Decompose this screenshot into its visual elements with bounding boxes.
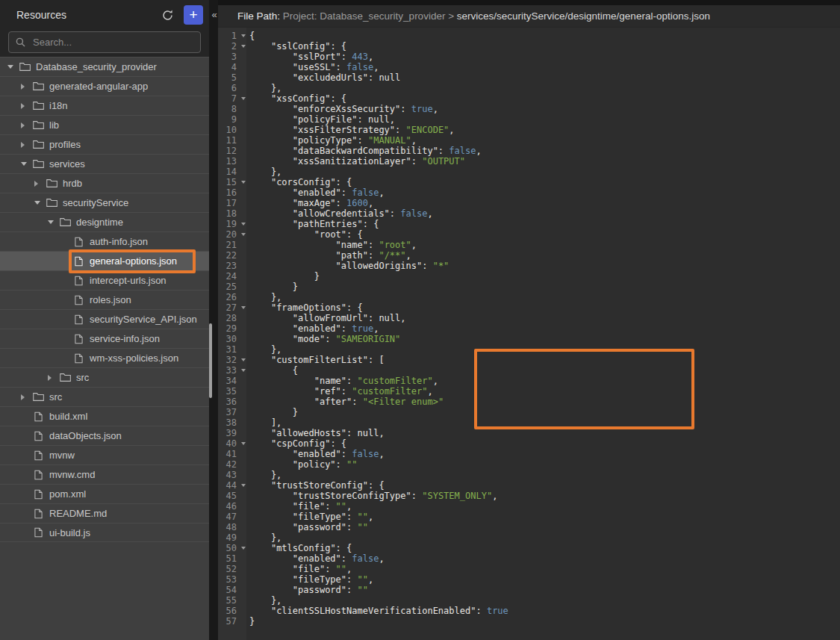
tree-item-intercept-urls-json[interactable]: intercept-urls.json — [0, 270, 209, 290]
chevron-right-icon[interactable] — [48, 375, 60, 381]
code-line[interactable]: "policy": "" — [249, 459, 508, 470]
code-line[interactable]: "trustStoreConfigType": "SYSTEM_ONLY", — [249, 491, 508, 501]
tree-item-services[interactable]: services — [0, 154, 209, 173]
tree-item-roles-json[interactable]: roles.json — [0, 290, 209, 309]
fold-arrow-icon[interactable] — [241, 306, 246, 309]
code-line[interactable]: "file": "", — [249, 564, 508, 574]
tree-item-general-options-json[interactable]: general-options.json — [0, 251, 209, 270]
tree-item-wm-xss-policies-json[interactable]: wm-xss-policies.json — [0, 348, 209, 367]
search-box[interactable] — [8, 31, 201, 53]
tree-item-mvnw[interactable]: mvnw — [0, 445, 209, 465]
code-line[interactable]: } — [249, 616, 508, 627]
tree-item-securityservice[interactable]: securityService — [0, 193, 209, 212]
code-line[interactable]: }, — [249, 470, 508, 480]
code-line[interactable]: { — [249, 31, 508, 41]
tree-item-designtime[interactable]: designtime — [0, 212, 209, 232]
code-line[interactable]: "excludedUrls": null — [249, 72, 508, 83]
code-line[interactable]: "sslConfig": { — [249, 41, 508, 52]
fold-arrow-icon[interactable] — [241, 442, 246, 445]
code-content[interactable]: { "sslConfig": { "sslPort": 443, "useSSL… — [246, 28, 508, 640]
code-line[interactable]: "sslPort": 443, — [249, 52, 508, 62]
code-line[interactable]: "frameOptions": { — [249, 302, 508, 313]
tree-item-pom-xml[interactable]: pom.xml — [0, 484, 209, 503]
chevron-right-icon[interactable] — [21, 103, 33, 109]
code-line[interactable]: }, — [249, 595, 508, 606]
chevron-right-icon[interactable] — [21, 142, 33, 148]
fold-arrow-icon[interactable] — [241, 484, 246, 487]
code-line[interactable]: "name": "customFilter", — [249, 376, 508, 386]
code-line[interactable]: "root": { — [249, 229, 508, 240]
chevron-down-icon[interactable] — [21, 162, 33, 166]
chevron-right-icon[interactable] — [34, 181, 46, 187]
tree-item-build-xml[interactable]: build.xml — [0, 406, 209, 426]
code-line[interactable]: "xssConfig": { — [249, 93, 508, 104]
fold-arrow-icon[interactable] — [241, 223, 246, 226]
code-line[interactable]: ], — [249, 417, 508, 428]
code-line[interactable]: }, — [249, 532, 508, 543]
tree-item-generated-angular-app[interactable]: generated-angular-app — [0, 76, 209, 96]
panel-divider[interactable] — [209, 0, 218, 640]
chevron-down-icon[interactable] — [34, 201, 46, 205]
code-line[interactable]: "policyType": "MANUAL", — [249, 135, 508, 146]
code-line[interactable]: "xssFilterStrategy": "ENCODE", — [249, 125, 508, 135]
chevron-right-icon[interactable] — [21, 122, 33, 128]
code-line[interactable]: } — [249, 282, 508, 292]
fold-arrow-icon[interactable] — [241, 181, 246, 184]
code-line[interactable]: { — [249, 365, 508, 376]
fold-arrow-icon[interactable] — [241, 547, 246, 550]
refresh-button[interactable] — [158, 6, 176, 24]
code-line[interactable]: "maxAge": 1600, — [249, 198, 508, 208]
code-line[interactable]: "path": "/**", — [249, 250, 508, 261]
code-line[interactable]: "useSSL": false, — [249, 62, 508, 72]
code-line[interactable]: "allowCredentials": false, — [249, 208, 508, 219]
tree-item-service-info-json[interactable]: service-info.json — [0, 329, 209, 348]
tree-item-hrdb[interactable]: hrdb — [0, 173, 209, 193]
code-editor[interactable]: 1234567891011121314151617181920212223242… — [218, 28, 840, 640]
chevron-down-icon[interactable] — [7, 65, 19, 69]
code-line[interactable]: "enabled": false, — [249, 449, 508, 459]
code-line[interactable]: "dataBackwardCompatibility": false, — [249, 146, 508, 156]
code-line[interactable]: "xssSanitizationLayer": "OUTPUT" — [249, 156, 508, 167]
tree-item-readme-md[interactable]: README.md — [0, 503, 209, 523]
tree-item-dataobjects-json[interactable]: dataObjects.json — [0, 426, 209, 445]
code-line[interactable]: "enforceXssSecurity": true, — [249, 104, 508, 114]
sidebar-scrollbar-thumb[interactable] — [209, 323, 212, 398]
chevron-right-icon[interactable] — [21, 84, 33, 90]
code-line[interactable]: "fileType": "", — [249, 574, 508, 585]
code-line[interactable]: }, — [249, 167, 508, 177]
code-line[interactable]: } — [249, 271, 508, 282]
code-line[interactable]: } — [249, 407, 508, 417]
code-line[interactable]: "allowedOrigins": "*" — [249, 261, 508, 271]
code-line[interactable]: "corsConfig": { — [249, 177, 508, 187]
add-resource-button[interactable]: + — [184, 5, 203, 25]
code-line[interactable]: }, — [249, 292, 508, 302]
tree-item-database-security-provider[interactable]: Database_security_provider — [0, 57, 209, 76]
code-line[interactable]: "name": "root", — [249, 240, 508, 250]
code-line[interactable]: "customFilterList": [ — [249, 355, 508, 365]
code-line[interactable]: "policyFile": null, — [249, 114, 508, 125]
fold-arrow-icon[interactable] — [241, 34, 246, 37]
tree-item-i18n[interactable]: i18n — [0, 96, 209, 115]
tree-item-securityservice-api-json[interactable]: securityService_API.json — [0, 309, 209, 329]
code-line[interactable]: }, — [249, 83, 508, 93]
fold-arrow-icon[interactable] — [241, 369, 246, 372]
tree-item-src[interactable]: src — [0, 367, 209, 387]
tree-item-ui-build-js[interactable]: ui-build.js — [0, 523, 209, 542]
tree-item-mvnw-cmd[interactable]: mvnw.cmd — [0, 465, 209, 484]
tree-item-src[interactable]: src — [0, 387, 209, 406]
fold-arrow-icon[interactable] — [241, 233, 246, 236]
code-line[interactable]: "after": "<Filter enum>" — [249, 397, 508, 407]
code-line[interactable]: "pathEntries": { — [249, 219, 508, 229]
code-line[interactable]: "file": "", — [249, 501, 508, 512]
code-line[interactable]: "allowedHosts": null, — [249, 428, 508, 438]
code-line[interactable]: "cspConfig": { — [249, 438, 508, 449]
fold-arrow-icon[interactable] — [241, 97, 246, 100]
code-line[interactable]: "ref": "customFilter", — [249, 386, 508, 397]
code-line[interactable]: }, — [249, 344, 508, 355]
fold-arrow-icon[interactable] — [241, 358, 246, 361]
tree-item-lib[interactable]: lib — [0, 115, 209, 134]
code-line[interactable]: "enabled": true, — [249, 323, 508, 334]
fold-arrow-icon[interactable] — [241, 45, 246, 48]
code-line[interactable]: "enabled": false, — [249, 187, 508, 198]
tree-item-auth-info-json[interactable]: auth-info.json — [0, 232, 209, 251]
